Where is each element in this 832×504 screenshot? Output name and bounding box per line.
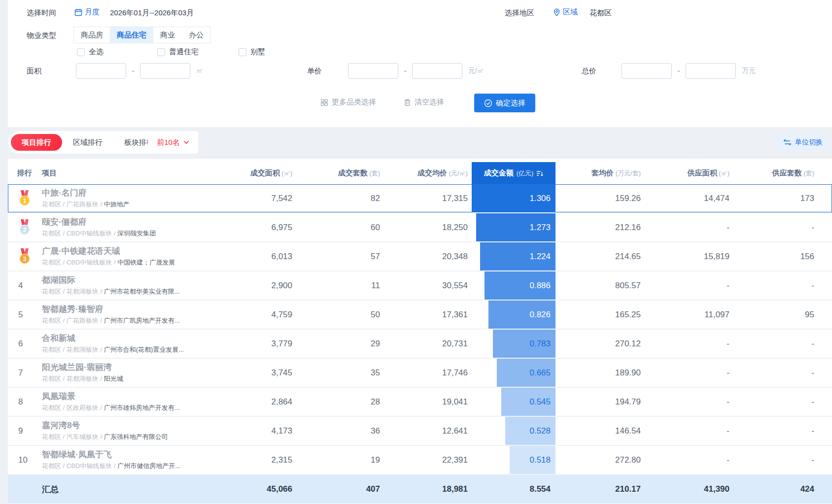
property-tab-商业[interactable]: 商业 (153, 27, 182, 43)
checkbox-普通住宅[interactable]: 普通住宅 (157, 47, 199, 57)
unit-avg-price: 159.26 (555, 194, 645, 203)
deal-units: 28 (296, 397, 384, 407)
project-name[interactable]: 颐安·俪都府 (42, 217, 208, 227)
column-header-供应面积[interactable]: 供应面积 (㎡) (645, 168, 733, 178)
rank-number: 10 (18, 455, 28, 465)
unit-price-label: 单价 (307, 67, 348, 76)
region-mode-picker[interactable]: 区域 (553, 7, 578, 17)
area-max-input[interactable] (140, 63, 190, 79)
column-header-unit: (套) (368, 169, 380, 177)
column-header-成交金额[interactable]: 成交金额 (亿元) (472, 162, 555, 184)
deal-avg-price: 18,250 (384, 223, 472, 233)
total-price-range-filter: 总价 - 万元 (582, 63, 756, 79)
total-price-min-input[interactable] (622, 63, 672, 79)
deal-amount-bar: 0.528 (505, 417, 555, 445)
unit-price-min-input[interactable] (348, 63, 398, 79)
column-header-成交面积[interactable]: 成交面积 (㎡) (208, 168, 296, 178)
unit-price-max-input[interactable] (412, 63, 462, 79)
checkbox-box[interactable] (77, 48, 85, 56)
rank-tab-项目排行[interactable]: 项目排行 (11, 134, 62, 151)
project-name[interactable]: 智都绿城·凤凰于飞 (42, 449, 208, 460)
column-header-成交套数[interactable]: 成交套数 (套) (296, 168, 384, 178)
total-price-label: 总价 (582, 67, 622, 76)
deal-area: 3,745 (208, 368, 296, 378)
project-location: 花都区 / CBD中轴线板块 / 中国铁建；广晟发展 (42, 258, 208, 267)
project-location: 花都区 / 汽车城板块 / 广东强科地产有限公司 (42, 433, 208, 441)
deal-avg-price: 30,554 (384, 281, 472, 291)
checkbox-全选[interactable]: 全选 (77, 47, 104, 57)
table-row[interactable]: 4都湖国际花都区 / 花都湖板块 / 广州市花都华美实业有限...2,90011… (8, 271, 832, 300)
project-name[interactable]: 中旅·名门府 (42, 188, 208, 198)
table-row[interactable]: 3广晟·中铁建花语天珹花都区 / CBD中轴线板块 / 中国铁建；广晟发展6,0… (8, 242, 832, 270)
deal-avg-price: 19,041 (384, 397, 472, 407)
project-location: 花都区 / CBD中轴线板块 / 广州市健信房地产开... (42, 462, 208, 470)
deal-avg-price: 20,731 (384, 339, 472, 349)
supply-area: 11,097 (645, 310, 733, 320)
time-range-value[interactable]: 2026年01月--2026年03月 (110, 8, 194, 18)
column-header-供应套数[interactable]: 供应套数 (套) (733, 168, 818, 178)
column-header-成交均价[interactable]: 成交均价 (元/㎡) (384, 168, 472, 178)
time-mode-picker[interactable]: 月度 (74, 7, 100, 17)
more-categories-button[interactable]: 更多品类选择 (320, 98, 376, 107)
deal-area: 6,975 (208, 223, 296, 233)
unit-price-unit-label: 元/㎡ (468, 67, 484, 75)
supply-area: - (645, 339, 733, 349)
table-row[interactable]: 10智都绿城·凤凰于飞花都区 / CBD中轴线板块 / 广州市健信房地产开...… (8, 446, 832, 474)
rank-tab-区域排行[interactable]: 区域排行 (62, 134, 113, 151)
table-row[interactable]: 8凤凰瑞景花都区 / 区政府板块 / 广州市雄炜房地产开发有...2,86428… (8, 388, 832, 416)
chevron-down-icon (183, 140, 189, 144)
project-name[interactable]: 合和新城 (42, 333, 208, 343)
table-row[interactable]: 1中旅·名门府花都区 / 广花路板块 / 中旅地产7,5428217,3151.… (8, 184, 832, 212)
total-price-max-input[interactable] (686, 63, 736, 79)
column-header-unit: (㎡) (717, 169, 729, 177)
project-name[interactable]: 嘉河湾8号 (42, 420, 208, 431)
project-district: 花都区 / CBD中轴线板块 / (42, 259, 117, 266)
confirm-selection-button[interactable]: 确定选择 (474, 94, 535, 112)
confirm-selection-label: 确定选择 (496, 99, 525, 108)
column-header-套均价[interactable]: 套均价 (万元/套) (555, 168, 645, 178)
checkbox-别墅[interactable]: 别墅 (239, 47, 265, 57)
deal-area: 2,900 (208, 281, 296, 291)
deal-area: 2,315 (208, 455, 296, 465)
project-developer: 广州市雄炜房地产开发有... (104, 404, 180, 411)
time-mode-label: 月度 (85, 7, 100, 17)
deal-amount-bar-cell: 0.783 (472, 330, 555, 358)
clear-selection-button[interactable]: 清空选择 (404, 98, 444, 107)
property-tab-商品房[interactable]: 商品房 (74, 27, 110, 43)
table-row[interactable]: 9嘉河湾8号花都区 / 汽车城板块 / 广东强科地产有限公司4,1733612,… (8, 417, 832, 445)
table-row[interactable]: 7阳光城兰园·翡丽湾花都区 / 花都湖板块 / 阳光城3,7453517,746… (8, 359, 832, 387)
project-name[interactable]: 阳光城兰园·翡丽湾 (42, 362, 208, 372)
table-row[interactable]: 5智都越秀·臻智府花都区 / 广花路板块 / 广州市广凯房地产开发有...4,7… (8, 301, 832, 329)
property-tab-商品住宅[interactable]: 商品住宅 (110, 27, 153, 43)
time-filter-label: 选择时间 (27, 8, 56, 18)
swap-arrows-icon (783, 139, 792, 146)
project-name[interactable]: 凤凰瑞景 (42, 391, 208, 402)
deal-area: 2,864 (208, 397, 296, 407)
rank-number: 6 (18, 339, 23, 349)
project-name[interactable]: 智都越秀·臻智府 (42, 304, 208, 314)
checkbox-box[interactable] (239, 48, 246, 56)
project-name[interactable]: 都湖国际 (42, 275, 208, 285)
supply-units: - (733, 455, 818, 465)
region-value[interactable]: 花都区 (589, 8, 612, 18)
project-district: 花都区 / 区政府板块 / (42, 404, 104, 411)
summary-deal-area: 45,066 (208, 484, 296, 494)
deal-units: 36 (296, 426, 384, 436)
checkbox-box[interactable] (157, 48, 165, 56)
medal-icon: 2 (18, 219, 31, 235)
medal-icon: 3 (18, 248, 31, 265)
project-name[interactable]: 广晟·中铁建花语天珹 (42, 246, 208, 256)
supply-units: - (733, 339, 818, 349)
property-type-tabs: 商品房商品住宅商业办公 (73, 27, 211, 43)
table-row[interactable]: 6合和新城花都区 / 花都湖板块 / 广州市合和(花都)置业发展...3,779… (8, 330, 832, 358)
project-district: 花都区 / 花都湖板块 / (42, 288, 104, 295)
unit-switch-button[interactable]: 单位切换 (776, 134, 830, 150)
area-min-input[interactable] (76, 63, 126, 79)
column-header-rank: 排行 (12, 168, 42, 178)
sort-descending-icon[interactable] (536, 170, 543, 176)
project-developer: 广东强科地产有限公司 (104, 433, 168, 440)
table-row[interactable]: 2颐安·俪都府花都区 / CBD中轴线板块 / 深圳颐安集团6,9756018,… (8, 213, 832, 241)
top-n-dropdown[interactable]: 前10名 (148, 131, 198, 154)
supply-units: 95 (733, 310, 818, 320)
property-tab-办公[interactable]: 办公 (182, 27, 210, 43)
